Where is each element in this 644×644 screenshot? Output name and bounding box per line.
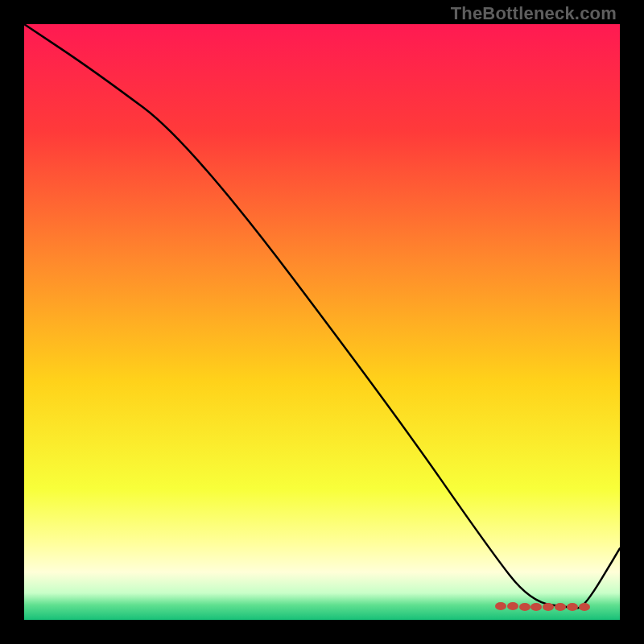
optimal-marker: [567, 603, 578, 611]
optimal-marker: [555, 603, 566, 611]
optimal-marker: [495, 602, 506, 610]
watermark-text: TheBottleneck.com: [451, 3, 617, 24]
plot-area: [24, 24, 620, 620]
optimal-marker: [530, 603, 542, 611]
optimal-marker: [579, 603, 590, 611]
optimal-markers: [24, 24, 620, 620]
optimal-marker: [543, 603, 554, 611]
chart-frame: TheBottleneck.com: [0, 0, 644, 644]
optimal-marker: [519, 603, 530, 611]
optimal-marker: [507, 602, 518, 610]
